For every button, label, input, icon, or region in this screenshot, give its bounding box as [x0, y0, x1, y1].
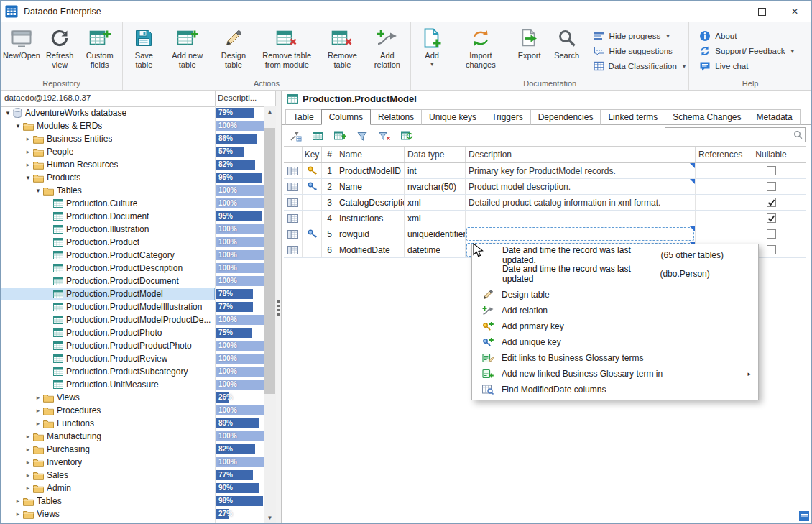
suggestion-option[interactable]: Date and time the record was last update… — [472, 265, 758, 283]
nullable-checkbox[interactable] — [767, 166, 776, 175]
column-header-key[interactable]: Key — [303, 147, 322, 162]
tree-item[interactable]: Production.Document95% — [1, 210, 264, 223]
save-table-button[interactable]: Save table — [126, 24, 162, 70]
references-cell[interactable] — [696, 226, 749, 242]
tab-linked-terms[interactable]: Linked terms — [600, 109, 665, 125]
tree-item[interactable]: Production.ProductCategory100% — [1, 249, 264, 262]
auto-fit-button[interactable] — [287, 129, 303, 143]
new-open-button[interactable]: New/Open — [4, 24, 40, 61]
scrollbar-thumb[interactable] — [264, 128, 275, 394]
progress-column-header[interactable]: Descripti... — [215, 91, 275, 106]
minimize-button[interactable] — [712, 1, 745, 22]
tree-item[interactable]: ▸Tables98% — [1, 495, 264, 507]
nullable-checkbox[interactable] — [767, 213, 776, 223]
scroll-down-button[interactable]: ▼ — [264, 512, 276, 523]
column-header-references[interactable]: References — [696, 147, 749, 162]
tree-item[interactable]: ▾Tables100% — [1, 184, 264, 197]
tree-item[interactable]: ▸Human Resources82% — [1, 158, 264, 171]
expand-arrow-icon[interactable]: ▸ — [24, 484, 32, 492]
tab-unique-keys[interactable]: Unique keys — [421, 109, 484, 125]
tab-schema-changes[interactable]: Schema Changes — [665, 109, 749, 125]
columns-search-input[interactable] — [665, 128, 793, 142]
tree-item[interactable]: ▸Admin90% — [1, 482, 264, 495]
status-indicator[interactable] — [799, 511, 809, 521]
remove-table-from-module-button[interactable]: Remove table from module — [256, 24, 318, 70]
expand-arrow-icon[interactable]: ▾ — [24, 174, 32, 181]
data-classification-button[interactable]: Data Classification▾ — [594, 60, 686, 72]
expand-arrow-icon[interactable]: ▸ — [24, 446, 32, 453]
maximize-button[interactable] — [745, 1, 778, 22]
menu-item-find-modifieddate-columns[interactable]: Find ModifiedDate columns — [472, 382, 758, 397]
export-button[interactable]: Export — [512, 24, 548, 61]
expand-arrow-icon[interactable]: ▸ — [34, 394, 42, 401]
name-cell[interactable]: ModifiedDate — [336, 242, 405, 257]
table-row[interactable]: 5rowguiduniqueidentifier — [284, 226, 806, 242]
add-button[interactable]: Add▾ — [414, 24, 450, 68]
expand-arrow-icon[interactable]: ▸ — [24, 148, 32, 155]
tab-dependencies[interactable]: Dependencies — [530, 109, 601, 125]
suggestion-option[interactable]: Date and time the record was last update… — [472, 246, 758, 265]
menu-item-add-relation[interactable]: Add relation — [472, 303, 758, 318]
menu-item-edit-links-to-business-glossary-terms[interactable]: Edit links to Business Glossary terms — [472, 350, 758, 366]
expand-arrow-icon[interactable]: ▾ — [34, 187, 42, 194]
name-cell[interactable]: ProductModelID — [336, 163, 405, 178]
expand-arrow-icon[interactable]: ▸ — [34, 407, 42, 414]
tree-item[interactable]: Production.Culture100% — [1, 197, 264, 210]
name-cell[interactable]: Instructions — [336, 211, 405, 226]
column-header-name[interactable]: Name — [336, 147, 405, 162]
row-handle-cell[interactable] — [284, 242, 303, 257]
expand-arrow-icon[interactable]: ▸ — [14, 510, 22, 518]
tab-table[interactable]: Table — [285, 109, 322, 125]
tab-columns[interactable]: Columns — [321, 109, 371, 125]
tree-item[interactable]: Production.ProductModelProductDe...100% — [1, 313, 264, 326]
tree-item[interactable]: ▸Views27% — [1, 507, 264, 520]
tree-item[interactable]: ▸Purchasing82% — [1, 443, 264, 456]
menu-item-add-new-linked-business-glossary-term-in[interactable]: Add new linked Business Glossary term in… — [472, 366, 758, 382]
table-row[interactable]: 1ProductModelIDintPrimary key for Produc… — [284, 163, 806, 179]
name-cell[interactable]: CatalogDescription — [336, 195, 405, 210]
tree-item[interactable]: Production.ProductDescription100% — [1, 262, 264, 275]
search-button[interactable]: Search — [549, 24, 585, 61]
clear-filter-button[interactable] — [377, 129, 392, 143]
tree-item[interactable]: ▸Views26% — [1, 391, 264, 404]
tree-item[interactable]: ▸Sales77% — [1, 469, 264, 482]
expand-arrow-icon[interactable]: ▸ — [24, 161, 32, 168]
row-handle-cell[interactable] — [284, 195, 303, 210]
tree-item[interactable]: ▾Modules & ERDs100% — [1, 119, 264, 132]
description-cell[interactable] — [466, 211, 696, 226]
menu-item-add-primary-key[interactable]: Add primary key — [472, 318, 758, 334]
column-header-icon[interactable] — [284, 147, 303, 162]
row-handle-cell[interactable] — [284, 163, 303, 178]
tree-item[interactable]: Production.Illustration100% — [1, 223, 264, 236]
tree-item[interactable]: ▸Inventory100% — [1, 456, 264, 469]
expand-arrow-icon[interactable]: ▸ — [24, 459, 32, 466]
tree-item[interactable]: ▸Procedures100% — [1, 404, 264, 417]
tab-triggers[interactable]: Triggers — [484, 109, 531, 125]
table-button[interactable] — [310, 129, 326, 143]
table-row[interactable]: 4Instructionsxml — [284, 211, 806, 226]
description-cell[interactable]: Primary key for ProductModel records. — [466, 163, 696, 178]
custom-fields-button[interactable]: Custom fields — [80, 24, 119, 70]
description-cell[interactable]: Product model description. — [466, 179, 696, 194]
scroll-up-button[interactable]: ▲ — [264, 106, 276, 117]
remove-table-button[interactable]: Remove table — [319, 24, 365, 70]
tree-item[interactable]: ▸Manufacturing100% — [1, 430, 264, 443]
expand-arrow-icon[interactable]: ▾ — [14, 122, 22, 129]
about-button[interactable]: About — [699, 30, 794, 42]
row-handle-cell[interactable] — [284, 179, 303, 194]
tree-item[interactable]: Production.UnitMeasure100% — [1, 378, 264, 391]
close-button[interactable]: ✕ — [778, 1, 811, 22]
tree-item[interactable]: Production.ProductModel78% — [1, 288, 264, 300]
refresh-view-button[interactable]: Refresh view — [41, 24, 78, 70]
references-cell[interactable] — [696, 163, 749, 178]
tab-metadata[interactable]: Metadata — [749, 109, 801, 125]
expand-arrow-icon[interactable]: ▸ — [24, 472, 32, 479]
description-cell[interactable] — [466, 226, 696, 242]
add-relation-button[interactable]: Add relation — [367, 24, 408, 70]
panel-splitter[interactable] — [276, 91, 282, 523]
row-handle-cell[interactable] — [284, 211, 303, 226]
add-new-table-button[interactable]: Add new table — [164, 24, 211, 70]
tree-item[interactable]: Production.Product100% — [1, 236, 264, 249]
expand-arrow-icon[interactable]: ▸ — [14, 497, 22, 505]
tree-item[interactable]: Production.ProductReview100% — [1, 352, 264, 365]
